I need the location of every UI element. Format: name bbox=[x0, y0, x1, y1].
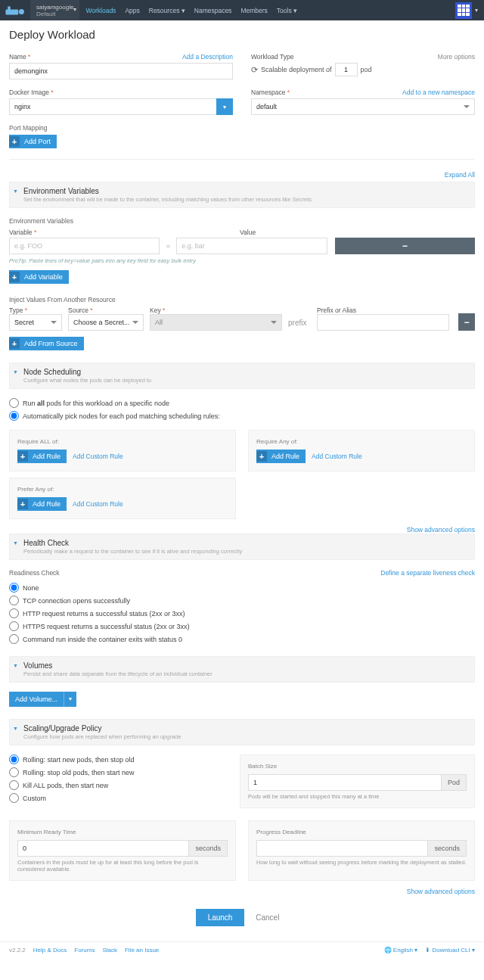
seconds-suffix: seconds bbox=[188, 840, 228, 857]
main-nav: Workloads Apps Resources ▾ Namespaces Me… bbox=[79, 7, 455, 14]
port-mapping-label: Port Mapping bbox=[9, 124, 475, 132]
add-volume-button[interactable]: Add Volume...▾ bbox=[9, 692, 76, 707]
sched-show-advanced[interactable]: Show advanced options bbox=[407, 526, 475, 534]
health-opt: None bbox=[23, 584, 39, 592]
expand-all-link[interactable]: Expand All bbox=[445, 171, 475, 179]
inject-prefix-label: Prefix or Alias bbox=[317, 306, 449, 314]
cluster-selector[interactable]: saiyamgoogle Default ▾ bbox=[30, 0, 79, 20]
nav-members[interactable]: Members bbox=[240, 7, 267, 14]
scaling-radio-4[interactable] bbox=[9, 793, 19, 803]
nav-namespaces[interactable]: Namespaces bbox=[194, 7, 232, 14]
health-opt: HTTPS request returns a successful statu… bbox=[23, 623, 190, 630]
health-desc: Periodically make a request to the conta… bbox=[23, 548, 467, 555]
add-custom-rule-link[interactable]: Add Custom Rule bbox=[73, 500, 123, 508]
pod-count-input[interactable] bbox=[335, 63, 358, 76]
health-title: Health Check bbox=[23, 539, 467, 547]
env-desc: Set the environment that will be made to… bbox=[23, 196, 467, 203]
inject-type-label: Type bbox=[9, 306, 62, 314]
chevron-down-icon: ▾ bbox=[73, 6, 76, 13]
add-variable-button[interactable]: +Add Variable bbox=[9, 270, 69, 284]
download-cli-link[interactable]: ⬇ Download CLI ▾ bbox=[425, 947, 475, 954]
env-val-input[interactable] bbox=[176, 238, 327, 254]
sched-desc: Configure what nodes the pods can be dep… bbox=[23, 377, 467, 384]
nav-tools[interactable]: Tools ▾ bbox=[277, 7, 297, 14]
scaling-opt: Rolling: stop old pods, then start new bbox=[23, 769, 135, 776]
batch-size-input[interactable] bbox=[248, 774, 441, 791]
docker-image-dropdown[interactable]: ▾ bbox=[216, 98, 233, 115]
env-hint: ProTip: Paste lines of key=value pairs i… bbox=[9, 257, 475, 264]
sched-radio-auto[interactable] bbox=[9, 411, 19, 421]
svg-rect-0 bbox=[5, 9, 18, 14]
remove-inject-button[interactable]: − bbox=[458, 313, 475, 331]
add-rule-button[interactable]: +Add Rule bbox=[17, 450, 67, 463]
readiness-label: Readiness Check bbox=[9, 569, 60, 577]
inject-source-select[interactable]: Choose a Secret... bbox=[68, 314, 144, 331]
sched-section-header[interactable]: ▼ Node Scheduling Configure what nodes t… bbox=[9, 362, 475, 389]
cluster-namespace: Default bbox=[36, 11, 73, 17]
inject-source-label: Source bbox=[68, 306, 144, 314]
add-from-source-button[interactable]: +Add From Source bbox=[9, 337, 84, 350]
add-port-button[interactable]: +Add Port bbox=[9, 135, 57, 148]
caret-icon: ▼ bbox=[13, 188, 18, 194]
add-custom-rule-link[interactable]: Add Custom Rule bbox=[312, 453, 362, 460]
footer-slack-link[interactable]: Slack bbox=[102, 947, 117, 954]
scaling-radio-3[interactable] bbox=[9, 780, 19, 790]
prefer-any-label: Prefer Any of: bbox=[17, 486, 228, 493]
volumes-section-header[interactable]: ▼ Volumes Persist and share data separat… bbox=[9, 656, 475, 683]
remove-env-button[interactable]: − bbox=[335, 238, 475, 254]
inject-type-select[interactable]: Secret bbox=[9, 314, 62, 331]
add-rule-button[interactable]: +Add Rule bbox=[256, 450, 306, 463]
health-section-header[interactable]: ▼ Health Check Periodically make a reque… bbox=[9, 534, 475, 560]
inject-key-select[interactable]: All bbox=[150, 314, 282, 331]
health-radio-none[interactable] bbox=[9, 583, 19, 593]
min-ready-input[interactable] bbox=[17, 840, 188, 857]
cancel-button[interactable]: Cancel bbox=[247, 909, 288, 926]
add-description-link[interactable]: Add a Description bbox=[182, 53, 233, 61]
workload-type-label: Workload Type bbox=[251, 53, 293, 61]
health-radio-https[interactable] bbox=[9, 621, 19, 631]
nav-resources[interactable]: Resources ▾ bbox=[149, 7, 185, 14]
add-rule-button[interactable]: +Add Rule bbox=[17, 497, 67, 511]
more-options-link[interactable]: More options bbox=[438, 53, 475, 61]
env-var-input[interactable] bbox=[9, 238, 160, 254]
nav-workloads[interactable]: Workloads bbox=[85, 7, 116, 14]
scaling-opt: Rolling: start new pods, then stop old bbox=[23, 756, 135, 764]
scaling-show-advanced[interactable]: Show advanced options bbox=[407, 888, 475, 895]
name-label: Name bbox=[9, 53, 30, 61]
liveness-link[interactable]: Define a separate liveness check bbox=[380, 569, 475, 577]
namespace-select[interactable]: default bbox=[251, 98, 475, 115]
inject-prefix-input[interactable] bbox=[317, 314, 449, 331]
footer-help-link[interactable]: Help & Docs bbox=[33, 947, 67, 954]
env-section-header[interactable]: ▼ Environment Variables Set the environm… bbox=[9, 182, 475, 208]
scaling-opt: Custom bbox=[23, 795, 46, 802]
health-opt: TCP connection opens successfully bbox=[23, 597, 130, 605]
scaling-radio-1[interactable] bbox=[9, 754, 19, 764]
health-radio-http[interactable] bbox=[9, 608, 19, 618]
launch-button[interactable]: Launch bbox=[196, 909, 245, 926]
sched-radio-specific[interactable] bbox=[9, 398, 19, 408]
footer-forums-link[interactable]: Forums bbox=[74, 947, 95, 954]
scaling-radio-2[interactable] bbox=[9, 767, 19, 777]
docker-image-input[interactable] bbox=[9, 98, 216, 115]
add-custom-rule-link[interactable]: Add Custom Rule bbox=[73, 453, 123, 460]
name-input[interactable] bbox=[9, 63, 233, 79]
nav-apps[interactable]: Apps bbox=[125, 7, 139, 14]
env-sublabel: Environment Variables bbox=[9, 217, 475, 225]
deployment-icon: ⟳ bbox=[251, 65, 258, 75]
volumes-desc: Persist and share data separate from the… bbox=[23, 670, 467, 677]
health-radio-cmd[interactable] bbox=[9, 634, 19, 644]
batch-suffix: Pod bbox=[441, 774, 467, 791]
language-selector[interactable]: 🌐 English ▾ bbox=[384, 947, 418, 954]
deadline-help: How long to wait without seeing progress… bbox=[256, 859, 467, 866]
health-radio-tcp[interactable] bbox=[9, 596, 19, 605]
docker-image-label: Docker Image bbox=[9, 89, 54, 96]
require-any-label: Require Any of: bbox=[256, 438, 467, 445]
rancher-logo[interactable] bbox=[0, 0, 30, 20]
add-namespace-link[interactable]: Add to a new namespace bbox=[402, 89, 475, 96]
apps-grid-icon[interactable] bbox=[455, 2, 472, 19]
scaling-section-header[interactable]: ▼ Scaling/Upgrade Policy Configure how p… bbox=[9, 719, 475, 745]
user-menu[interactable]: ▾ bbox=[475, 7, 478, 14]
scaling-desc: Configure how pods are replaced when per… bbox=[23, 733, 467, 740]
footer-issue-link[interactable]: File an Issue bbox=[125, 947, 159, 954]
deadline-input[interactable] bbox=[256, 840, 427, 857]
